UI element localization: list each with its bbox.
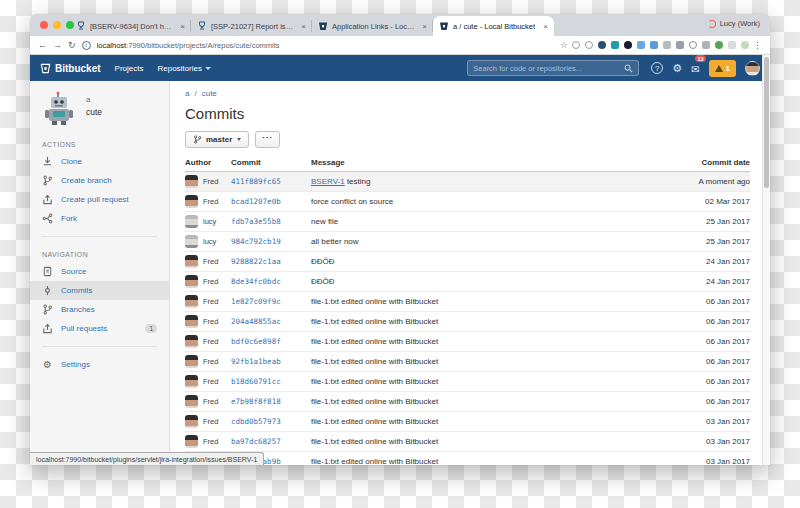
tab-close-icon[interactable]: × [420,22,427,31]
extension-icon[interactable] [689,41,697,49]
more-actions-button[interactable]: ··· [255,131,280,148]
commit-hash-link[interactable]: cdbd0b57973 [231,417,311,426]
commit-hash-link[interactable]: 92fb1a1beab [231,357,311,366]
extension-icon[interactable] [702,41,710,49]
inbox-icon[interactable]: ✉ 13 [691,59,699,77]
source-icon [42,266,53,277]
author-name: Fred [203,317,218,326]
commit-hash-link[interactable]: bdf0c6e898f [231,337,311,346]
author-name: Fred [203,437,218,446]
tab-close-icon[interactable]: × [299,22,306,31]
commit-author: Fred [185,275,231,288]
extension-icon[interactable] [585,41,593,49]
commit-author: Fred [185,395,231,408]
browser-tab[interactable]: [BSERV-9634] Don't hyperlink × [70,16,191,36]
commit-hash-link[interactable]: ba97dc68257 [231,437,311,446]
extension-icon[interactable] [676,41,684,49]
extension-icon[interactable] [650,41,658,49]
commit-hash-link[interactable]: bcad1207e0b [231,197,311,206]
table-row[interactable]: Fred b18d60791cc file-1.txt edited onlin… [185,372,750,392]
browser-tab[interactable]: [SSP-21027] Report issue link × [191,16,312,36]
minimize-window-button[interactable] [53,21,61,29]
tab-close-icon[interactable]: × [178,22,185,31]
author-name: Fred [203,357,218,366]
table-row[interactable]: lucy 984c792cb19 all better now 25 Jan 2… [185,232,750,252]
reload-icon[interactable]: ↻ [68,41,76,50]
sidebar-item-commits[interactable]: Commits [30,281,169,300]
extension-icon[interactable] [728,41,736,49]
help-icon[interactable]: ? [651,62,663,74]
table-row[interactable]: Fred 411f889fc65 BSERV-1 testing A momen… [185,172,750,192]
clone-icon [42,156,53,167]
tab-close-icon[interactable]: × [541,22,548,31]
bookmark-star-icon[interactable]: ☆ [560,40,568,50]
table-row[interactable]: Fred 1b40c8aab9b file-1.txt edited onlin… [185,452,750,465]
table-row[interactable]: Fred e7b98f8f818 file-1.txt edited onlin… [185,392,750,412]
commit-hash-link[interactable]: 984c792cb19 [231,237,311,246]
table-row[interactable]: lucy fdb7a3e55b8 new file 25 Jan 2017 [185,212,750,232]
user-avatar[interactable] [745,61,760,76]
commit-hash-link[interactable]: b18d60791cc [231,377,311,386]
extension-icon[interactable] [624,41,632,49]
branch-selector-button[interactable]: master [185,131,249,148]
site-info-icon[interactable]: i [82,41,91,50]
scrollbar-thumb[interactable] [764,57,769,188]
table-row[interactable]: Fred 1e827c09f9c file-1.txt edited onlin… [185,292,750,312]
commit-message: force conflict on source [311,197,672,206]
commit-date: 06 Jan 2017 [672,297,750,306]
extension-icon[interactable] [637,41,645,49]
extension-icon[interactable] [663,41,671,49]
close-window-button[interactable] [40,21,48,29]
nav-projects[interactable]: Projects [115,64,144,73]
build-warning-badge[interactable]: 1 [709,60,736,77]
sidebar-item-pull-requests[interactable]: Pull requests 1 [30,319,169,338]
commit-hash-link[interactable]: 411f889fc65 [231,177,311,186]
address-input[interactable]: localhost:7990/bitbucket/projects/A/repo… [97,41,554,50]
commit-message: file-1.txt edited online with Bitbucket [311,337,672,346]
table-row[interactable]: Fred bdf0c6e898f file-1.txt edited onlin… [185,332,750,352]
commit-hash-link[interactable]: 1e827c09f9c [231,297,311,306]
author-avatar [185,315,198,328]
scrollbar[interactable] [762,55,770,465]
commit-hash-link[interactable]: 8de34fc0bdc [231,277,311,286]
commit-hash-link[interactable]: fdb7a3e55b8 [231,217,311,226]
breadcrumb-project-link[interactable]: a [185,89,189,98]
header-search[interactable] [467,60,639,76]
action-create-branch[interactable]: Create branch [30,171,169,190]
extension-icon[interactable] [572,41,580,49]
issue-link[interactable]: BSERV-1 [311,177,345,186]
search-input[interactable] [473,64,620,73]
table-row[interactable]: Fred 9288822c1aa ĐĐÔĐ 24 Jan 2017 [185,252,750,272]
table-row[interactable]: Fred 92fb1a1beab file-1.txt edited onlin… [185,352,750,372]
commit-date: 06 Jan 2017 [672,397,750,406]
breadcrumb-repo-link[interactable]: cute [202,89,217,98]
commit-hash-link[interactable]: e7b98f8f818 [231,397,311,406]
browser-tab[interactable]: Application Links - Local Bitb × [312,16,433,36]
table-row[interactable]: Fred 8de34fc0bdc ĐĐÔĐ 24 Jan 2017 [185,272,750,292]
sidebar-project-link[interactable]: a [86,95,102,104]
commit-hash-link[interactable]: 204a48855ac [231,317,311,326]
browser-profile[interactable]: Lucy (Work) [708,19,760,28]
sidebar-item-source[interactable]: Source [30,262,169,281]
table-row[interactable]: Fred 204a48855ac file-1.txt edited onlin… [185,312,750,332]
action-fork[interactable]: Fork [30,209,169,228]
back-icon[interactable]: ← [38,41,47,50]
commit-hash-link[interactable]: 9288822c1aa [231,257,311,266]
action-clone[interactable]: Clone [30,152,169,171]
table-row[interactable]: Fred cdbd0b57973 file-1.txt edited onlin… [185,412,750,432]
extension-icon[interactable] [741,41,749,49]
extension-icon[interactable] [715,41,723,49]
action-create-pull-request[interactable]: Create pull request [30,190,169,209]
sidebar-item-branches[interactable]: Branches [30,300,169,319]
table-row[interactable]: Fred ba97dc68257 file-1.txt edited onlin… [185,432,750,452]
gear-icon[interactable]: ⚙ [672,63,682,74]
forward-icon[interactable]: → [53,41,62,50]
sidebar-item-settings[interactable]: ⚙ Settings [30,355,169,374]
browser-menu-icon[interactable]: ⋮ [753,40,762,50]
extension-icon[interactable] [611,41,619,49]
nav-repositories[interactable]: Repositories [157,64,210,73]
browser-tab[interactable]: a / cute - Local Bitbucket × [433,16,554,36]
table-row[interactable]: Fred bcad1207e0b force conflict on sourc… [185,192,750,212]
jira-extension-icon[interactable] [598,41,606,49]
bitbucket-logo[interactable]: Bitbucket [40,63,101,74]
